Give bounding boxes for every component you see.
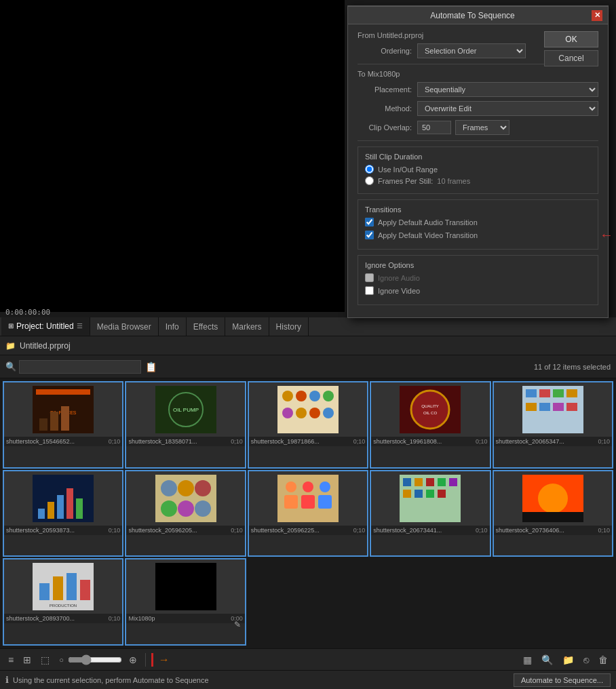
zoom-slider[interactable] [68, 654, 122, 665]
frames-select[interactable]: Frames Seconds [455, 120, 509, 135]
placement-select[interactable]: Sequentially At Unnumbered Markers [417, 82, 598, 97]
clip-overlap-label: Clip Overlap: [358, 123, 412, 132]
thumbnail-item-12[interactable]: ✎Mix1080p0:00 [125, 558, 246, 646]
thumbnail-item-8[interactable]: shutterstock_20596225...0;10 [248, 470, 368, 557]
tab-info[interactable]: Info [159, 317, 187, 336]
adjust-icon[interactable]: ⊕ [126, 653, 140, 667]
svg-rect-66 [53, 576, 63, 600]
frames-per-still-radio[interactable] [365, 176, 374, 185]
freeform-icon[interactable]: ⬚ [38, 653, 52, 667]
thumbnail-item-4[interactable]: QUALITYOIL COshutterstock_19961808...0;1… [370, 381, 490, 469]
svg-point-45 [286, 481, 296, 492]
thumbnail-label-7: shutterstock_20596205...0;10 [126, 526, 244, 535]
thumbnail-item-6[interactable]: shutterstock_20593873...0;10 [3, 470, 123, 557]
svg-rect-53 [415, 478, 423, 486]
tab-history[interactable]: History [269, 317, 309, 336]
thumbnail-image-2: OIL PUMP [126, 382, 244, 437]
method-row: Method: Overwrite Edit Insert Edit [358, 101, 598, 116]
ordering-select[interactable]: Selection Order [417, 43, 526, 58]
thumbnail-item-9[interactable]: shutterstock_20673441...0;10 [370, 470, 490, 557]
svg-text:OIL PUMP: OIL PUMP [173, 407, 199, 413]
svg-rect-48 [284, 495, 298, 509]
tab-effects[interactable]: Effects [187, 317, 225, 336]
placement-label: Placement: [358, 85, 412, 94]
method-select[interactable]: Overwrite Edit Insert Edit [417, 101, 598, 116]
thumbnail-label-6: shutterstock_20593873...0;10 [4, 526, 122, 535]
ignore-audio-checkbox[interactable] [365, 273, 374, 282]
status-text: Using the current selection, perform Aut… [13, 676, 514, 684]
thumbnail-item-11[interactable]: PRODUCTIONshutterstock_20893700...0;10 [3, 558, 123, 646]
svg-point-40 [195, 480, 211, 496]
tab-project[interactable]: ⊞ Project: Untitled ☰ [1, 317, 90, 336]
bars-icon[interactable]: ▦ [520, 653, 535, 667]
thumbnail-label-4: shutterstock_19961808...0;10 [371, 437, 489, 446]
icon-view-icon[interactable]: ⊞ [20, 653, 34, 667]
share-icon[interactable]: ⎋ [581, 653, 592, 667]
svg-rect-54 [426, 478, 434, 486]
slider-icon: ○ [59, 656, 64, 664]
apply-video-checkbox[interactable] [365, 231, 374, 239]
thumbnail-item-3[interactable]: shutterstock_19871866...0;10 [248, 381, 368, 469]
tab-markers[interactable]: Markers [225, 317, 269, 336]
to-label: To Mix1080p [358, 70, 598, 78]
use-inout-row: Use In/Out Range [365, 165, 591, 174]
info-icon: ℹ [5, 675, 9, 685]
tab-media-browser[interactable]: Media Browser [90, 317, 159, 336]
tab-menu-icon[interactable]: ☰ [77, 322, 83, 330]
svg-point-19 [411, 391, 449, 429]
automate-to-sequence-button[interactable]: Automate to Sequence... [514, 673, 611, 687]
thumbnail-item-5[interactable]: shutterstock_20065347...0;10 [493, 381, 613, 469]
dialog-close-button[interactable]: ✕ [592, 10, 602, 21]
svg-text:QUALITY: QUALITY [422, 404, 440, 408]
separator [145, 653, 146, 667]
thumbnail-label-1: shutterstock_15546652...0;10 [4, 437, 122, 446]
search-icon: 🔍 [5, 361, 16, 372]
thumbnail-item-10[interactable]: shutterstock_20736406...0;10 [493, 470, 613, 557]
thumbnail-grid: OIL PRICESshutterstock_15546652...0;10OI… [0, 378, 616, 648]
apply-video-row: Apply Default Video Transition ← ✓ [365, 231, 591, 239]
list-view-icon[interactable]: ≡ [5, 653, 16, 667]
thumbnail-image-5 [494, 382, 612, 437]
svg-text:PRODUCTION: PRODUCTION [50, 604, 77, 608]
thumbnail-item-1[interactable]: OIL PRICESshutterstock_15546652...0;10 [3, 381, 123, 469]
dialog-action-buttons: OK Cancel [544, 31, 598, 66]
search-input[interactable] [19, 360, 141, 374]
apply-audio-checkbox[interactable] [365, 218, 374, 227]
svg-rect-32 [38, 509, 45, 519]
thumbnail-label-12: Mix1080p0:00 [126, 614, 244, 623]
svg-rect-25 [553, 389, 564, 397]
svg-point-13 [323, 391, 334, 401]
apply-audio-row: Apply Default Audio Transition [365, 218, 591, 227]
ignore-header: Ignore Options [365, 261, 591, 269]
new-bin-icon[interactable]: 📋 [145, 361, 157, 372]
thumbnail-item-7[interactable]: shutterstock_20596205...0;10 [125, 470, 246, 557]
use-inout-radio[interactable] [365, 165, 374, 174]
svg-rect-60 [438, 490, 446, 498]
thumbnail-image-11: PRODUCTION [4, 559, 122, 614]
svg-rect-50 [318, 495, 332, 509]
status-bar: ℹ Using the current selection, perform A… [0, 670, 616, 689]
automate-to-sequence-dialog: Automate To Sequence ✕ OK Cancel From Un… [347, 5, 609, 318]
search-toolbar-icon[interactable]: 🔍 [539, 653, 556, 667]
svg-point-41 [161, 500, 177, 517]
svg-rect-58 [415, 490, 423, 498]
frames-per-still-label: Frames Per Still: [378, 177, 433, 185]
svg-point-12 [309, 391, 320, 401]
ok-button[interactable]: OK [544, 31, 598, 47]
project-name: Untitled.prproj [20, 341, 71, 351]
svg-rect-57 [403, 490, 411, 498]
delete-icon[interactable]: 🗑 [596, 653, 611, 667]
svg-rect-68 [80, 580, 90, 600]
dialog-titlebar: Automate To Sequence ✕ [348, 7, 608, 24]
ignore-video-checkbox[interactable] [365, 286, 374, 295]
svg-rect-70 [155, 563, 216, 610]
dialog-body: From Untitled.prproj Ordering: Selection… [348, 24, 608, 317]
svg-rect-28 [539, 403, 550, 411]
apply-video-label: Apply Default Video Transition [378, 231, 478, 239]
svg-point-16 [309, 408, 320, 418]
thumbnail-item-2[interactable]: OIL PUMPshutterstock_18358071...0;10 [125, 381, 246, 469]
clip-overlap-input[interactable] [417, 121, 451, 134]
cancel-button[interactable]: Cancel [544, 50, 598, 66]
svg-rect-65 [39, 583, 50, 600]
folder-toolbar-icon[interactable]: 📁 [560, 653, 577, 667]
